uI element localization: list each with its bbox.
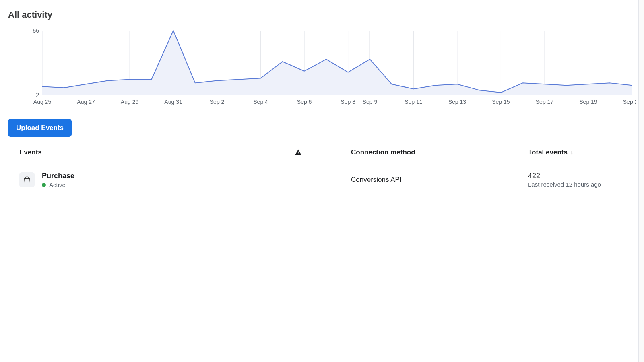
svg-text:Aug 29: Aug 29 <box>121 99 139 105</box>
events-table: Events Connection method Total events ↓ <box>8 141 636 197</box>
svg-rect-32 <box>298 152 299 153</box>
event-status: Active <box>42 181 74 188</box>
svg-text:Sep 11: Sep 11 <box>405 99 423 105</box>
col-header-warning[interactable] <box>295 149 343 156</box>
status-dot-icon <box>42 183 46 187</box>
event-name: Purchase <box>42 171 74 181</box>
table-row[interactable]: Purchase Active Conversions API 422 Last… <box>19 162 625 197</box>
col-header-events[interactable]: Events <box>19 148 287 156</box>
svg-text:56: 56 <box>33 27 39 34</box>
event-cell: Purchase Active <box>19 171 287 188</box>
col-header-total-events-label: Total events <box>528 148 568 156</box>
svg-text:Sep 21: Sep 21 <box>623 99 636 105</box>
vertical-scrollbar[interactable] <box>638 0 644 362</box>
activity-chart: 562Aug 25Aug 27Aug 29Aug 31Sep 2Sep 4Sep… <box>8 27 636 108</box>
svg-text:Sep 19: Sep 19 <box>579 99 597 105</box>
svg-text:2: 2 <box>36 92 39 98</box>
event-total-count: 422 <box>528 172 625 180</box>
svg-text:Sep 15: Sep 15 <box>492 99 510 105</box>
events-table-header: Events Connection method Total events ↓ <box>19 141 625 162</box>
page-title: All activity <box>8 10 636 20</box>
event-status-label: Active <box>49 181 66 188</box>
svg-rect-33 <box>298 154 299 154</box>
svg-text:Sep 6: Sep 6 <box>297 99 312 105</box>
svg-text:Aug 25: Aug 25 <box>33 99 52 105</box>
svg-text:Sep 2: Sep 2 <box>210 99 225 105</box>
event-last-received: Last received 12 hours ago <box>528 181 625 188</box>
purchase-icon <box>19 172 35 187</box>
event-total-cell: 422 Last received 12 hours ago <box>528 172 625 188</box>
svg-text:Sep 13: Sep 13 <box>448 99 466 105</box>
activity-chart-svg: 562Aug 25Aug 27Aug 29Aug 31Sep 2Sep 4Sep… <box>8 27 636 108</box>
svg-text:Sep 17: Sep 17 <box>536 99 554 105</box>
col-header-connection-method[interactable]: Connection method <box>351 148 520 156</box>
svg-text:Sep 9: Sep 9 <box>363 99 378 105</box>
sort-descending-icon: ↓ <box>570 149 573 156</box>
svg-text:Sep 8: Sep 8 <box>341 99 355 105</box>
upload-events-button[interactable]: Upload Events <box>8 119 72 137</box>
col-header-total-events[interactable]: Total events ↓ <box>528 148 625 156</box>
event-connection-method: Conversions API <box>351 176 520 184</box>
svg-text:Sep 4: Sep 4 <box>253 99 268 105</box>
svg-text:Aug 27: Aug 27 <box>77 99 95 105</box>
warning-icon <box>295 149 302 156</box>
svg-text:Aug 31: Aug 31 <box>164 99 182 105</box>
